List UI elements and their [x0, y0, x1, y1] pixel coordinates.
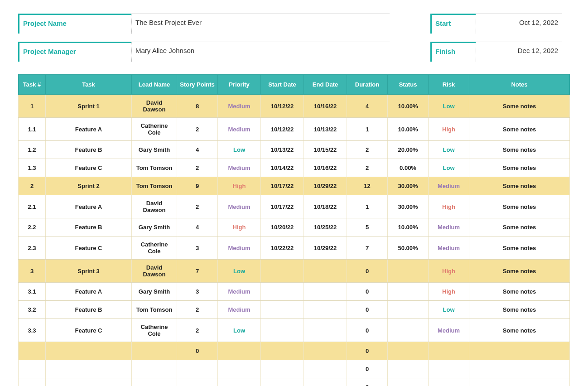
cell-end-date[interactable]: 10/29/22: [304, 177, 347, 195]
cell-start-date[interactable]: [261, 319, 304, 342]
cell-notes[interactable]: Some notes: [469, 141, 570, 159]
cell-risk[interactable]: Medium: [429, 218, 469, 236]
cell-end-date[interactable]: [304, 260, 347, 283]
cell-duration[interactable]: 0: [347, 319, 388, 342]
cell-start-date[interactable]: 10/12/22: [261, 118, 304, 141]
cell-story-points[interactable]: 2: [177, 195, 218, 218]
finish-value[interactable]: Dec 12, 2022: [476, 42, 562, 62]
cell-duration[interactable]: 0: [347, 342, 388, 360]
table-row[interactable]: 2.3Feature CCatherine Cole3Medium10/22/2…: [19, 236, 570, 260]
cell-notes[interactable]: Some notes: [469, 118, 570, 141]
cell-priority[interactable]: Medium: [218, 159, 261, 177]
cell-status[interactable]: [388, 260, 429, 283]
cell-notes[interactable]: Some notes: [469, 177, 570, 195]
cell-status[interactable]: 20.00%: [388, 141, 429, 159]
cell-start-date[interactable]: 10/17/22: [261, 195, 304, 218]
cell-end-date[interactable]: [304, 283, 347, 301]
cell-notes[interactable]: Some notes: [469, 195, 570, 218]
cell-status[interactable]: 10.00%: [388, 95, 429, 118]
cell-story-points[interactable]: 0: [177, 342, 218, 360]
cell-notes[interactable]: [469, 360, 570, 378]
cell-end-date[interactable]: 10/16/22: [304, 159, 347, 177]
cell-risk[interactable]: [429, 378, 469, 386]
cell-risk[interactable]: Medium: [429, 319, 469, 342]
cell-lead[interactable]: [132, 342, 177, 360]
table-row[interactable]: 3.3Feature CCatherine Cole2Low0MediumSom…: [19, 319, 570, 342]
cell-status[interactable]: [388, 301, 429, 319]
cell-risk[interactable]: [429, 342, 469, 360]
cell-status[interactable]: [388, 378, 429, 386]
table-row[interactable]: 2.2Feature BGary Smith4High10/20/2210/25…: [19, 218, 570, 236]
cell-duration[interactable]: 0: [347, 360, 388, 378]
cell-start-date[interactable]: 10/12/22: [261, 95, 304, 118]
cell-priority[interactable]: Medium: [218, 95, 261, 118]
cell-lead[interactable]: Catherine Cole: [132, 236, 177, 260]
cell-duration[interactable]: 1: [347, 118, 388, 141]
table-row[interactable]: 0: [19, 360, 570, 378]
cell-risk[interactable]: High: [429, 283, 469, 301]
cell-lead[interactable]: [132, 360, 177, 378]
cell-status[interactable]: 0.00%: [388, 159, 429, 177]
cell-tasknum[interactable]: [19, 342, 46, 360]
cell-priority[interactable]: Low: [218, 141, 261, 159]
table-row[interactable]: 1.1Feature ACatherine Cole2Medium10/12/2…: [19, 118, 570, 141]
cell-end-date[interactable]: 10/13/22: [304, 118, 347, 141]
cell-start-date[interactable]: 10/20/22: [261, 218, 304, 236]
cell-notes[interactable]: Some notes: [469, 218, 570, 236]
cell-story-points[interactable]: 8: [177, 95, 218, 118]
cell-notes[interactable]: Some notes: [469, 260, 570, 283]
cell-task[interactable]: Sprint 3: [46, 260, 132, 283]
cell-duration[interactable]: 5: [347, 218, 388, 236]
cell-risk[interactable]: Low: [429, 141, 469, 159]
cell-priority[interactable]: [218, 378, 261, 386]
cell-task[interactable]: Feature B: [46, 141, 132, 159]
cell-status[interactable]: [388, 360, 429, 378]
cell-priority[interactable]: Medium: [218, 118, 261, 141]
cell-tasknum[interactable]: 2: [19, 177, 46, 195]
cell-tasknum[interactable]: 1: [19, 95, 46, 118]
cell-start-date[interactable]: [261, 301, 304, 319]
cell-task[interactable]: Feature B: [46, 218, 132, 236]
cell-status[interactable]: 10.00%: [388, 118, 429, 141]
cell-start-date[interactable]: [261, 360, 304, 378]
cell-task[interactable]: Feature B: [46, 301, 132, 319]
cell-notes[interactable]: [469, 378, 570, 386]
cell-lead[interactable]: Catherine Cole: [132, 118, 177, 141]
start-value[interactable]: Oct 12, 2022: [476, 14, 562, 34]
cell-tasknum[interactable]: 3.2: [19, 301, 46, 319]
cell-task[interactable]: Sprint 2: [46, 177, 132, 195]
cell-start-date[interactable]: [261, 283, 304, 301]
cell-duration[interactable]: 4: [347, 95, 388, 118]
cell-risk[interactable]: High: [429, 260, 469, 283]
cell-lead[interactable]: Tom Tomson: [132, 177, 177, 195]
cell-priority[interactable]: Medium: [218, 236, 261, 260]
cell-story-points[interactable]: 3: [177, 236, 218, 260]
cell-priority[interactable]: High: [218, 218, 261, 236]
cell-end-date[interactable]: [304, 378, 347, 386]
cell-lead[interactable]: Gary Smith: [132, 283, 177, 301]
cell-task[interactable]: Feature C: [46, 159, 132, 177]
cell-risk[interactable]: Low: [429, 95, 469, 118]
cell-tasknum[interactable]: 1.2: [19, 141, 46, 159]
cell-risk[interactable]: High: [429, 195, 469, 218]
cell-duration[interactable]: 7: [347, 236, 388, 260]
cell-end-date[interactable]: [304, 360, 347, 378]
cell-end-date[interactable]: 10/25/22: [304, 218, 347, 236]
cell-lead[interactable]: Tom Tomson: [132, 159, 177, 177]
cell-task[interactable]: [46, 378, 132, 386]
cell-task[interactable]: Feature C: [46, 319, 132, 342]
cell-priority[interactable]: [218, 342, 261, 360]
cell-tasknum[interactable]: 2.3: [19, 236, 46, 260]
cell-tasknum[interactable]: 3.3: [19, 319, 46, 342]
cell-lead[interactable]: Gary Smith: [132, 218, 177, 236]
cell-story-points[interactable]: 3: [177, 283, 218, 301]
cell-story-points[interactable]: 2: [177, 301, 218, 319]
cell-task[interactable]: Sprint 1: [46, 95, 132, 118]
cell-duration[interactable]: 1: [347, 195, 388, 218]
cell-lead[interactable]: Gary Smith: [132, 141, 177, 159]
cell-tasknum[interactable]: 1.1: [19, 118, 46, 141]
cell-tasknum[interactable]: 3: [19, 260, 46, 283]
cell-start-date[interactable]: 10/17/22: [261, 177, 304, 195]
cell-notes[interactable]: Some notes: [469, 301, 570, 319]
cell-end-date[interactable]: [304, 342, 347, 360]
